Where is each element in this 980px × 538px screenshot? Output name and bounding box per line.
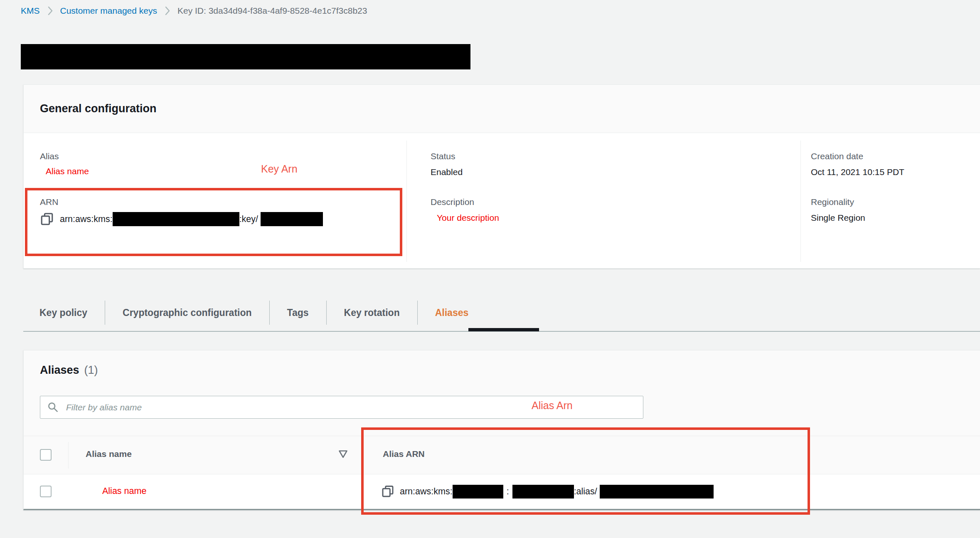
select-all-checkbox[interactable] [40,449,52,461]
breadcrumb: KMS Customer managed keys Key ID: 3da34d… [21,6,367,16]
panel-title: General configuration [40,102,157,115]
breadcrumb-link-kms[interactable]: KMS [21,6,40,16]
header-column-divider [68,442,69,469]
regionality-label: Regionality [811,197,854,207]
redacted-alias-name [600,485,714,499]
general-configuration-header: General configuration [24,85,980,133]
column-divider [406,141,407,262]
description-label: Description [431,197,474,207]
alias-table-row: Alias name arn:aws:kms:::alias/ [24,474,980,508]
kms-key-detail-page: KMS Customer managed keys Key ID: 3da34d… [0,0,980,538]
aliases-panel-title: Aliases (1) [40,364,98,377]
alias-value: Alias name [46,166,89,176]
row-checkbox[interactable] [40,486,52,497]
search-icon [47,402,59,415]
row-alias-name: Alias name [102,486,146,496]
tab-aliases[interactable]: Aliases [418,307,486,318]
redacted-key-id [261,212,323,226]
creation-date-label: Creation date [811,151,863,161]
column-divider [800,141,801,262]
breadcrumb-link-customer-managed-keys[interactable]: Customer managed keys [60,6,157,16]
regionality-value: Single Region [811,213,865,223]
general-configuration-body: Alias Alias name Key Arn ARN arn:aws:kms… [24,133,980,267]
row-alias-arn: arn:aws:kms:::alias/ [381,474,714,508]
alias-name-column-label: Alias name [86,449,132,459]
redacted-account-id [512,485,574,499]
arn-label: ARN [40,197,58,207]
redacted-region-account [113,212,239,226]
copy-icon[interactable] [40,212,54,226]
alias-arn-column-label: Alias ARN [383,449,425,459]
creation-date-value: Oct 11, 2021 10:15 PDT [811,167,904,177]
aliases-title-text: Aliases [40,364,79,377]
breadcrumb-current-key-id: Key ID: 3da34d94-f38a-4af9-8528-4e1c7f3c… [177,6,367,16]
tab-key-policy[interactable]: Key policy [23,307,105,318]
active-tab-underline [468,328,539,331]
tab-cryptographic-configuration[interactable]: Cryptographic configuration [105,307,269,318]
aliases-panel: Aliases (1) Alias Arn Alias name Alias A… [23,350,980,510]
alias-label: Alias [40,151,59,161]
alias-filter-input[interactable] [40,396,643,419]
aliases-table-header: Alias name Alias ARN [24,436,980,474]
alias-filter [40,396,643,419]
redacted-key-title-bar [21,44,470,69]
redacted-region [453,485,503,499]
key-detail-tabs: Key policy Cryptographic configuration T… [23,294,486,331]
key-arn-row: arn:aws:kms::key/ [40,212,323,226]
alias-arn-value: arn:aws:kms:::alias/ [400,485,714,499]
chevron-right-icon [47,6,53,15]
tab-key-rotation[interactable]: Key rotation [327,307,417,318]
chevron-right-icon [165,6,170,15]
copy-icon[interactable] [381,485,394,498]
sort-descending-icon[interactable] [338,449,348,461]
status-value: Enabled [431,167,463,177]
tab-tags[interactable]: Tags [270,307,326,318]
status-label: Status [431,151,456,161]
description-value: Your description [437,213,499,223]
general-configuration-panel: General configuration Alias Alias name K… [23,84,980,269]
key-arn-value: arn:aws:kms::key/ [60,212,323,226]
key-arn-annotation: Key Arn [261,163,298,175]
aliases-count: (1) [84,364,98,377]
